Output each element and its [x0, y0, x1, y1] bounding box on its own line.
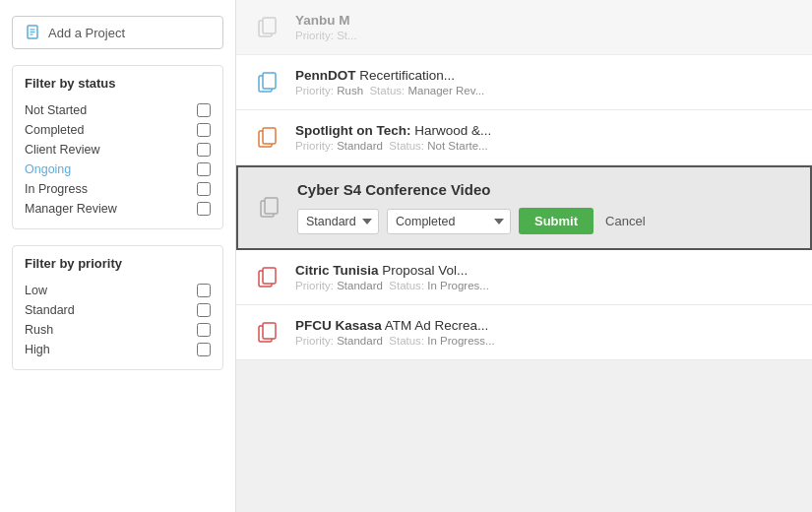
filter-checkbox-client-review[interactable] — [197, 143, 211, 157]
filter-checkbox-completed[interactable] — [197, 123, 211, 137]
svg-rect-7 — [263, 73, 276, 89]
project-info-spotlight: Spotlight on Tech: Harwood &... Priority… — [295, 123, 796, 152]
project-info-citric: Citric Tunisia Proposal Vol... Priority:… — [295, 263, 796, 291]
svg-rect-9 — [263, 128, 276, 144]
project-row-yanbu: Yanbu M Priority: St... — [236, 0, 812, 55]
filter-checkbox-not-started[interactable] — [197, 103, 211, 117]
filter-label-high: High — [25, 343, 197, 356]
filter-label-rush: Rush — [25, 323, 197, 337]
project-meta-pfcu: Priority: Standard Status: In Progress..… — [295, 335, 796, 347]
inline-edit-title: Cyber S4 Conference Video — [297, 181, 794, 198]
project-meta-citric: Priority: Standard Status: In Progres... — [295, 280, 796, 291]
priority-select[interactable]: Standard Rush Low High — [297, 209, 379, 234]
project-info-yanbu: Yanbu M Priority: St... — [295, 13, 796, 41]
filter-checkbox-manager-review[interactable] — [197, 202, 211, 216]
project-name-citric: Citric Tunisia Proposal Vol... — [295, 263, 796, 278]
filter-item-standard: Standard — [25, 300, 211, 320]
filter-label-not-started: Not Started — [25, 103, 197, 117]
project-row-penndot: PennDOT Recertification... Priority: Rus… — [236, 55, 812, 110]
main-content: Yanbu M Priority: St... PennDOT Recertif… — [236, 0, 812, 512]
filter-item-manager-review: Manager Review — [25, 199, 211, 219]
filter-item-ongoing: Ongoing — [25, 160, 211, 179]
project-name-spotlight: Spotlight on Tech: Harwood &... — [295, 123, 796, 138]
project-icon-pfcu — [252, 317, 283, 349]
project-name-penndot: PennDOT Recertification... — [295, 68, 796, 83]
project-info-penndot: PennDOT Recertification... Priority: Rus… — [295, 68, 796, 96]
filter-item-rush: Rush — [25, 320, 211, 340]
add-project-label: Add a Project — [48, 26, 125, 40]
project-meta-spotlight: Priority: Standard Status: Not Starte... — [295, 140, 796, 152]
filter-checkbox-ongoing[interactable] — [197, 162, 211, 176]
filter-checkbox-standard[interactable] — [197, 303, 211, 317]
project-info-pfcu: PFCU Kasasa ATM Ad Recrea... Priority: S… — [295, 318, 796, 347]
add-project-button[interactable]: Add a Project — [12, 16, 223, 49]
filter-label-standard: Standard — [25, 303, 197, 317]
project-row-citric: Citric Tunisia Proposal Vol... Priority:… — [236, 250, 812, 305]
filter-label-client-review: Client Review — [25, 143, 197, 157]
status-select[interactable]: Completed Not Started In Progress Client… — [387, 209, 511, 234]
filter-item-high: High — [25, 340, 211, 359]
filter-priority-section: Filter by priority Low Standard Rush Hig… — [12, 245, 223, 370]
svg-rect-15 — [263, 323, 276, 339]
filter-checkbox-high[interactable] — [197, 343, 211, 356]
cancel-button[interactable]: Cancel — [601, 208, 649, 234]
project-name-yanbu: Yanbu M — [295, 13, 796, 28]
filter-item-low: Low — [25, 281, 211, 300]
project-row-spotlight: Spotlight on Tech: Harwood &... Priority… — [236, 110, 812, 165]
project-icon-penndot — [252, 67, 283, 98]
filter-item-not-started: Not Started — [25, 100, 211, 120]
filter-checkbox-in-progress[interactable] — [197, 182, 211, 196]
filter-label-manager-review: Manager Review — [25, 202, 197, 216]
filter-checkbox-rush[interactable] — [197, 323, 211, 337]
svg-rect-5 — [263, 18, 276, 33]
filter-priority-title: Filter by priority — [25, 256, 211, 271]
filter-label-completed: Completed — [25, 123, 197, 137]
project-icon-citric — [252, 262, 283, 293]
project-icon-spotlight — [252, 122, 283, 154]
inline-edit-content: Cyber S4 Conference Video Standard Rush … — [297, 181, 794, 234]
filter-label-ongoing: Ongoing — [25, 162, 197, 176]
filter-item-in-progress: In Progress — [25, 179, 211, 199]
sidebar: Add a Project Filter by status Not Start… — [0, 0, 236, 512]
inline-edit-controls: Standard Rush Low High Completed Not Sta… — [297, 208, 794, 234]
filter-label-in-progress: In Progress — [25, 182, 197, 196]
project-meta-yanbu: Priority: St... — [295, 30, 796, 41]
filter-item-client-review: Client Review — [25, 140, 211, 160]
submit-button[interactable]: Submit — [519, 208, 593, 234]
project-meta-penndot: Priority: Rush Status: Manager Rev... — [295, 85, 796, 96]
project-row-pfcu: PFCU Kasasa ATM Ad Recrea... Priority: S… — [236, 305, 812, 360]
project-list: Yanbu M Priority: St... PennDOT Recertif… — [236, 0, 812, 360]
project-name-pfcu: PFCU Kasasa ATM Ad Recrea... — [295, 318, 796, 333]
filter-checkbox-low[interactable] — [197, 284, 211, 297]
filter-status-title: Filter by status — [25, 76, 211, 91]
document-icon — [27, 25, 40, 40]
project-icon-yanbu — [252, 12, 283, 43]
svg-rect-13 — [263, 268, 276, 284]
svg-rect-11 — [265, 198, 278, 214]
filter-item-completed: Completed — [25, 120, 211, 140]
filter-label-low: Low — [25, 284, 197, 297]
project-icon-cyber — [254, 192, 285, 224]
filter-status-section: Filter by status Not Started Completed C… — [12, 65, 223, 229]
inline-edit-row-cyber: Cyber S4 Conference Video Standard Rush … — [236, 165, 812, 250]
